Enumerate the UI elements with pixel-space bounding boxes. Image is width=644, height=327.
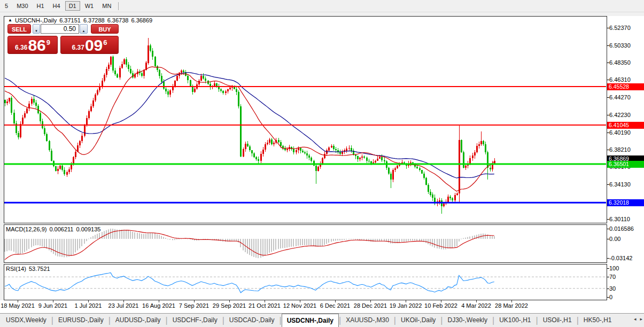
one-click-trading-panel: SELL ▼ ▲ BUY 6.36869 6.37096: [7, 24, 119, 53]
rsi-name: RSI(14): [6, 266, 26, 272]
price-chip-6.32018: 6.32018: [607, 199, 644, 206]
quote-high: 6.37288: [83, 17, 105, 24]
buy-price-pip: 6: [103, 38, 107, 46]
date-tick: [194, 300, 195, 302]
chart-header: ▲ USDCNH-,Daily 6.37151 6.37288 6.36738 …: [8, 17, 152, 24]
axis-tick: [607, 239, 609, 239]
arrow-up-icon: ▲: [82, 29, 86, 33]
tab-usdx-weekly[interactable]: USDX,Weekly: [1, 314, 51, 327]
date-tick: [476, 300, 477, 302]
timeframe-button-5[interactable]: 5: [1, 1, 12, 11]
timeframe-button-w1[interactable]: W1: [81, 1, 98, 11]
chart-tab-bar: USDX,Weekly|EURUSD-,Daily|AUDUSD-,Daily|…: [0, 313, 644, 327]
quote-close: 6.36869: [131, 17, 152, 24]
date-tick: [18, 300, 18, 302]
tabs-scroll-right-icon[interactable]: ▸: [640, 316, 642, 322]
price-tick-label: 6.46310: [609, 76, 631, 83]
sell-button[interactable]: SELL: [7, 24, 31, 34]
tab-dj30-weekly[interactable]: DJ30-,Weekly: [443, 314, 492, 327]
timeframe-toolbar: 5M30H1H4D1W1MN: [0, 0, 644, 12]
rsi-value: 53.7521: [29, 266, 50, 272]
buy-price-prefix: 6.37: [72, 44, 84, 51]
price-chip-6.36501: 6.36501: [607, 161, 644, 168]
sell-price-prefix: 6.36: [15, 44, 27, 51]
macd-tick-label: 0.016586: [609, 225, 634, 232]
rsi-panel[interactable]: [4, 264, 607, 300]
tab-ukoil-daily[interactable]: UKOil-,Daily: [396, 314, 440, 327]
date-tick: [53, 300, 53, 302]
tab-usdcnh-daily[interactable]: USDCNH-,Daily: [282, 314, 339, 327]
toolbar-separator: [118, 2, 119, 10]
price-chip-6.41045: 6.41045: [607, 122, 644, 129]
date-label: 28 Mar 2022: [490, 302, 533, 309]
date-tick: [511, 300, 512, 302]
date-tick: [229, 300, 230, 302]
macd-value-signal: 0.009135: [76, 226, 101, 232]
rsi-indicator-label: RSI(14) 53.7521: [6, 266, 50, 272]
axis-tick: [607, 184, 609, 185]
symbol-label: USDCNH-,Daily: [15, 17, 57, 24]
price-tick-label: 6.52370: [609, 25, 631, 31]
date-tick: [300, 300, 300, 302]
axis-tick: [607, 28, 609, 28]
axis-tick: [607, 219, 609, 220]
axis-tick: [607, 297, 609, 298]
axis-tick: [607, 80, 609, 80]
arrow-down-icon: ▼: [35, 29, 38, 33]
date-tick: [370, 300, 371, 302]
collapse-trade-panel-icon[interactable]: ▲: [8, 18, 12, 23]
date-tick: [159, 300, 159, 302]
axis-tick: [607, 268, 609, 269]
sell-price-pip: 9: [46, 38, 50, 46]
price-tick-label: 6.48350: [609, 59, 631, 66]
tab-xauusd-m30[interactable]: XAUUSD-,M30: [341, 314, 394, 327]
date-tick: [88, 300, 89, 302]
tab-uk100-h1[interactable]: UK100-,H1: [494, 314, 536, 327]
macd-value-main: 0.006211: [49, 226, 73, 232]
tab-audusd-daily[interactable]: AUDUSD-,Daily: [111, 314, 166, 327]
sell-price-display[interactable]: 6.36869: [7, 36, 58, 54]
buy-price-display[interactable]: 6.37096: [60, 36, 119, 54]
price-tick-label: 6.34130: [609, 181, 631, 188]
axis-tick: [607, 229, 609, 229]
axis-tick: [607, 115, 609, 115]
axis-tick: [607, 133, 609, 133]
volume-increase-button[interactable]: ▲: [80, 24, 88, 34]
price-tick-label: 6.40190: [609, 129, 631, 136]
timeframe-button-mn[interactable]: MN: [98, 1, 115, 11]
timeframe-button-d1[interactable]: D1: [65, 1, 80, 11]
axis-tick: [607, 63, 609, 63]
rsi-tick-label: 0: [609, 294, 612, 300]
macd-indicator-label: MACD(12,26,9) 0.006211 0.009135: [6, 226, 100, 232]
buy-price-big: 09: [85, 37, 103, 53]
quote-open: 6.37151: [59, 17, 81, 24]
tab-eurusd-daily[interactable]: EURUSD-,Daily: [53, 314, 108, 327]
timeframe-button-h1[interactable]: H1: [33, 1, 48, 11]
axis-tick: [607, 258, 609, 259]
tab-usoil-h1[interactable]: USOil-,H1: [538, 314, 577, 327]
tabs-scroll-left-icon[interactable]: ◂: [634, 316, 637, 322]
date-tick: [406, 300, 406, 302]
sell-price-big: 86: [28, 37, 45, 53]
date-tick: [123, 300, 124, 302]
timeframe-button-m30[interactable]: M30: [13, 1, 32, 11]
buy-button[interactable]: BUY: [91, 24, 119, 34]
axis-tick: [607, 277, 609, 277]
axis-tick: [607, 97, 609, 98]
mt4-window: 5M30H1H4D1W1MN ▲ USDCNH-,Daily 6.37151 6…: [0, 0, 644, 327]
tab-usdchf-daily[interactable]: USDCHF-,Daily: [168, 314, 222, 327]
tab-hk50-h1[interactable]: HK50-,H1: [579, 314, 617, 327]
volume-input[interactable]: [41, 24, 79, 34]
axis-tick: [607, 45, 609, 46]
timeframe-button-h4[interactable]: H4: [49, 1, 64, 11]
macd-tick-label: 0.00: [609, 236, 620, 242]
date-tick: [441, 300, 441, 302]
chart-tabs: USDX,Weekly|EURUSD-,Daily|AUDUSD-,Daily|…: [0, 314, 644, 327]
macd-tick-label: -0.03142: [609, 255, 632, 261]
axis-tick: [607, 150, 609, 150]
price-tick-label: 6.42230: [609, 112, 631, 118]
price-tick-label: 6.44270: [609, 94, 631, 100]
tab-usdcad-daily[interactable]: USDCAD-,Daily: [224, 314, 280, 327]
volume-decrease-button[interactable]: ▼: [33, 24, 40, 34]
tab-scroll-controls: ◂ ▸: [634, 316, 642, 322]
